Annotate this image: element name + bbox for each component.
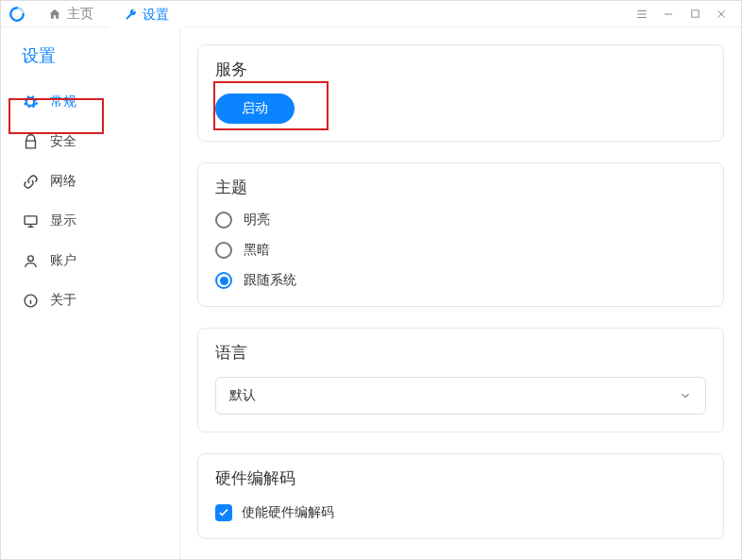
- theme-option-label: 明亮: [244, 212, 270, 229]
- app-logo-icon: [8, 6, 25, 23]
- home-icon: [48, 8, 61, 21]
- chevron-down-icon: [679, 389, 692, 402]
- sidebar-item-label: 显示: [50, 212, 76, 229]
- main-content: 服务 启动 主题 明亮 黑暗 跟随系统: [180, 27, 741, 559]
- panel-theme-title: 主题: [215, 177, 706, 198]
- theme-option-label: 跟随系统: [244, 272, 296, 289]
- tab-home[interactable]: 主页: [33, 1, 109, 27]
- sidebar-item-display[interactable]: 显示: [1, 201, 179, 241]
- sidebar-item-security[interactable]: 安全: [1, 122, 179, 161]
- language-select-value: 默认: [229, 387, 256, 404]
- sidebar: 设置 常规 安全 网络: [1, 27, 180, 559]
- sidebar-item-label: 常规: [50, 93, 76, 110]
- hwcodec-enable-checkbox[interactable]: 使能硬件编解码: [215, 502, 706, 521]
- tab-settings[interactable]: 设置: [109, 1, 184, 27]
- close-button[interactable]: [715, 8, 728, 21]
- menu-button[interactable]: [635, 8, 649, 21]
- checkbox-icon: [215, 504, 232, 521]
- panel-theme: 主题 明亮 黑暗 跟随系统: [197, 162, 724, 307]
- monitor-icon: [22, 212, 39, 229]
- service-start-button[interactable]: 启动: [215, 93, 295, 124]
- sidebar-title: 设置: [1, 27, 179, 82]
- wrench-icon: [124, 8, 137, 22]
- gear-icon: [22, 93, 39, 110]
- language-select[interactable]: 默认: [215, 377, 706, 415]
- info-icon: [22, 292, 39, 309]
- radio-icon: [215, 272, 232, 289]
- tab-settings-label: 设置: [143, 7, 169, 24]
- sidebar-item-label: 安全: [50, 133, 76, 150]
- svg-rect-0: [691, 10, 698, 17]
- sidebar-item-label: 账户: [50, 252, 76, 269]
- theme-option-system[interactable]: 跟随系统: [215, 272, 706, 289]
- hwcodec-checkbox-label: 使能硬件编解码: [242, 504, 334, 521]
- radio-icon: [215, 212, 232, 229]
- panel-hwcodec-title: 硬件编解码: [215, 467, 706, 489]
- lock-icon: [22, 133, 39, 150]
- tab-home-label: 主页: [67, 6, 93, 23]
- svg-rect-1: [25, 215, 37, 224]
- panel-hwcodec: 硬件编解码 使能硬件编解码: [197, 453, 724, 539]
- titlebar: 主页 设置: [1, 1, 741, 27]
- minimize-button[interactable]: [662, 8, 675, 21]
- person-icon: [22, 252, 39, 269]
- svg-point-2: [27, 255, 33, 261]
- theme-option-dark[interactable]: 黑暗: [215, 242, 706, 259]
- panel-service: 服务 启动: [197, 44, 724, 142]
- theme-option-light[interactable]: 明亮: [215, 212, 706, 229]
- sidebar-item-network[interactable]: 网络: [1, 161, 179, 201]
- sidebar-item-about[interactable]: 关于: [1, 280, 179, 320]
- sidebar-item-label: 关于: [50, 292, 76, 309]
- sidebar-item-label: 网络: [50, 173, 76, 190]
- link-icon: [22, 173, 39, 190]
- panel-language-title: 语言: [215, 342, 706, 364]
- panel-language: 语言 默认: [197, 328, 724, 433]
- panel-service-title: 服务: [215, 59, 706, 80]
- radio-icon: [215, 242, 232, 259]
- sidebar-item-general[interactable]: 常规: [1, 82, 179, 122]
- sidebar-item-account[interactable]: 账户: [1, 241, 179, 280]
- maximize-button[interactable]: [688, 8, 701, 21]
- theme-option-label: 黑暗: [244, 242, 270, 259]
